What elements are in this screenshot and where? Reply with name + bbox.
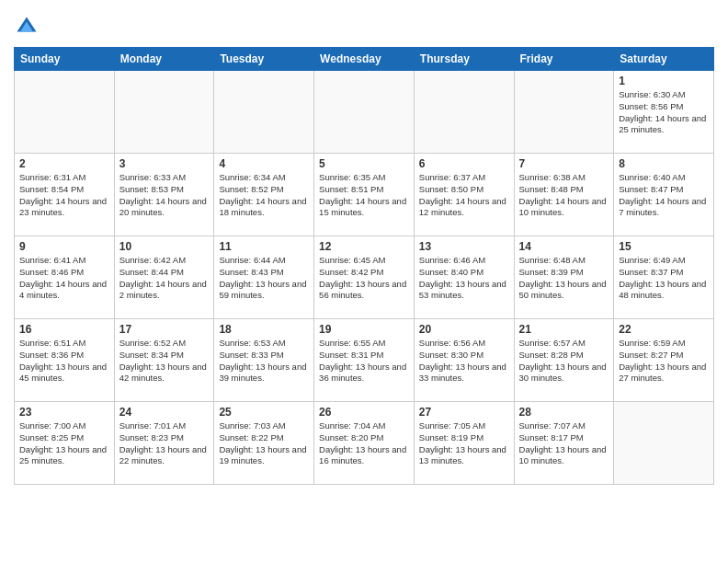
calendar-cell: 2Sunrise: 6:31 AM Sunset: 8:54 PM Daylig… xyxy=(15,154,115,236)
day-number: 20 xyxy=(419,323,509,336)
day-info: Sunrise: 7:03 AM Sunset: 8:22 PM Dayligh… xyxy=(219,420,309,467)
calendar-table: SundayMondayTuesdayWednesdayThursdayFrid… xyxy=(14,47,714,485)
day-number: 2 xyxy=(19,157,109,170)
calendar-week-1: 1Sunrise: 6:30 AM Sunset: 8:56 PM Daylig… xyxy=(15,71,714,154)
day-info: Sunrise: 6:52 AM Sunset: 8:34 PM Dayligh… xyxy=(119,338,210,385)
day-number: 17 xyxy=(119,323,210,336)
day-number: 18 xyxy=(219,323,309,336)
calendar-cell: 17Sunrise: 6:52 AM Sunset: 8:34 PM Dayli… xyxy=(114,319,214,402)
day-info: Sunrise: 6:40 AM Sunset: 8:47 PM Dayligh… xyxy=(619,172,709,219)
calendar-body: 1Sunrise: 6:30 AM Sunset: 8:56 PM Daylig… xyxy=(15,71,714,485)
day-number: 5 xyxy=(319,157,409,170)
weekday-header-monday: Monday xyxy=(114,48,214,71)
calendar-cell: 12Sunrise: 6:45 AM Sunset: 8:42 PM Dayli… xyxy=(314,236,415,319)
calendar-cell: 26Sunrise: 7:04 AM Sunset: 8:20 PM Dayli… xyxy=(314,402,415,485)
calendar-week-5: 23Sunrise: 7:00 AM Sunset: 8:25 PM Dayli… xyxy=(15,402,714,485)
weekday-header-row: SundayMondayTuesdayWednesdayThursdayFrid… xyxy=(15,48,714,71)
calendar-cell: 23Sunrise: 7:00 AM Sunset: 8:25 PM Dayli… xyxy=(15,402,115,485)
calendar-cell: 4Sunrise: 6:34 AM Sunset: 8:52 PM Daylig… xyxy=(214,154,314,236)
day-info: Sunrise: 6:37 AM Sunset: 8:50 PM Dayligh… xyxy=(419,172,509,219)
calendar-cell: 8Sunrise: 6:40 AM Sunset: 8:47 PM Daylig… xyxy=(614,154,714,236)
day-number: 16 xyxy=(19,323,109,336)
calendar-week-3: 9Sunrise: 6:41 AM Sunset: 8:46 PM Daylig… xyxy=(15,236,714,319)
day-info: Sunrise: 6:42 AM Sunset: 8:44 PM Dayligh… xyxy=(119,255,210,302)
calendar-header: SundayMondayTuesdayWednesdayThursdayFrid… xyxy=(15,48,714,71)
day-number: 13 xyxy=(419,240,509,253)
calendar-week-4: 16Sunrise: 6:51 AM Sunset: 8:36 PM Dayli… xyxy=(15,319,714,402)
day-info: Sunrise: 6:45 AM Sunset: 8:42 PM Dayligh… xyxy=(319,255,409,302)
day-info: Sunrise: 6:31 AM Sunset: 8:54 PM Dayligh… xyxy=(19,172,109,219)
calendar-cell: 16Sunrise: 6:51 AM Sunset: 8:36 PM Dayli… xyxy=(15,319,115,402)
day-info: Sunrise: 7:01 AM Sunset: 8:23 PM Dayligh… xyxy=(119,420,210,467)
calendar-cell: 19Sunrise: 6:55 AM Sunset: 8:31 PM Dayli… xyxy=(314,319,415,402)
calendar-cell: 25Sunrise: 7:03 AM Sunset: 8:22 PM Dayli… xyxy=(214,402,314,485)
calendar-cell: 22Sunrise: 6:59 AM Sunset: 8:27 PM Dayli… xyxy=(614,319,714,402)
calendar-cell xyxy=(114,71,214,154)
day-number: 23 xyxy=(19,406,109,419)
day-info: Sunrise: 6:57 AM Sunset: 8:28 PM Dayligh… xyxy=(519,338,609,385)
calendar-cell xyxy=(514,71,614,154)
day-number: 21 xyxy=(519,323,609,336)
day-number: 26 xyxy=(319,406,409,419)
day-info: Sunrise: 6:34 AM Sunset: 8:52 PM Dayligh… xyxy=(219,172,309,219)
day-info: Sunrise: 7:05 AM Sunset: 8:19 PM Dayligh… xyxy=(419,420,509,467)
calendar-cell: 7Sunrise: 6:38 AM Sunset: 8:48 PM Daylig… xyxy=(514,154,614,236)
page: SundayMondayTuesdayWednesdayThursdayFrid… xyxy=(0,0,728,494)
day-number: 19 xyxy=(319,323,409,336)
calendar-cell: 18Sunrise: 6:53 AM Sunset: 8:33 PM Dayli… xyxy=(214,319,314,402)
day-info: Sunrise: 6:59 AM Sunset: 8:27 PM Dayligh… xyxy=(619,338,709,385)
logo xyxy=(14,14,41,40)
weekday-header-saturday: Saturday xyxy=(614,48,714,71)
day-number: 22 xyxy=(619,323,709,336)
day-number: 1 xyxy=(619,75,709,87)
day-info: Sunrise: 7:04 AM Sunset: 8:20 PM Dayligh… xyxy=(319,420,409,467)
calendar-cell: 24Sunrise: 7:01 AM Sunset: 8:23 PM Dayli… xyxy=(114,402,214,485)
day-number: 6 xyxy=(419,157,509,170)
day-number: 3 xyxy=(119,157,210,170)
day-number: 25 xyxy=(219,406,309,419)
day-number: 4 xyxy=(219,157,309,170)
day-number: 8 xyxy=(619,157,709,170)
day-info: Sunrise: 6:51 AM Sunset: 8:36 PM Dayligh… xyxy=(19,338,109,385)
day-info: Sunrise: 7:07 AM Sunset: 8:17 PM Dayligh… xyxy=(519,420,609,467)
calendar-cell: 20Sunrise: 6:56 AM Sunset: 8:30 PM Dayli… xyxy=(414,319,514,402)
day-info: Sunrise: 6:55 AM Sunset: 8:31 PM Dayligh… xyxy=(319,338,409,385)
day-info: Sunrise: 7:00 AM Sunset: 8:25 PM Dayligh… xyxy=(19,420,109,467)
day-info: Sunrise: 6:30 AM Sunset: 8:56 PM Dayligh… xyxy=(619,89,709,136)
day-info: Sunrise: 6:48 AM Sunset: 8:39 PM Dayligh… xyxy=(519,255,609,302)
calendar-cell: 10Sunrise: 6:42 AM Sunset: 8:44 PM Dayli… xyxy=(114,236,214,319)
day-number: 10 xyxy=(119,240,210,253)
day-number: 11 xyxy=(219,240,309,253)
calendar-cell: 5Sunrise: 6:35 AM Sunset: 8:51 PM Daylig… xyxy=(314,154,415,236)
calendar-cell: 21Sunrise: 6:57 AM Sunset: 8:28 PM Dayli… xyxy=(514,319,614,402)
day-number: 28 xyxy=(519,406,609,419)
calendar-cell: 14Sunrise: 6:48 AM Sunset: 8:39 PM Dayli… xyxy=(514,236,614,319)
day-number: 24 xyxy=(119,406,210,419)
day-info: Sunrise: 6:35 AM Sunset: 8:51 PM Dayligh… xyxy=(319,172,409,219)
weekday-header-wednesday: Wednesday xyxy=(314,48,415,71)
weekday-header-thursday: Thursday xyxy=(414,48,514,71)
day-info: Sunrise: 6:53 AM Sunset: 8:33 PM Dayligh… xyxy=(219,338,309,385)
calendar-cell xyxy=(614,402,714,485)
calendar-cell: 9Sunrise: 6:41 AM Sunset: 8:46 PM Daylig… xyxy=(15,236,115,319)
day-number: 7 xyxy=(519,157,609,170)
calendar-cell: 3Sunrise: 6:33 AM Sunset: 8:53 PM Daylig… xyxy=(114,154,214,236)
day-number: 14 xyxy=(519,240,609,253)
calendar-week-2: 2Sunrise: 6:31 AM Sunset: 8:54 PM Daylig… xyxy=(15,154,714,236)
day-info: Sunrise: 6:46 AM Sunset: 8:40 PM Dayligh… xyxy=(419,255,509,302)
calendar-cell xyxy=(214,71,314,154)
header xyxy=(14,9,714,40)
day-number: 12 xyxy=(319,240,409,253)
day-info: Sunrise: 6:44 AM Sunset: 8:43 PM Dayligh… xyxy=(219,255,309,302)
calendar-cell xyxy=(15,71,115,154)
calendar-cell: 1Sunrise: 6:30 AM Sunset: 8:56 PM Daylig… xyxy=(614,71,714,154)
calendar-cell: 6Sunrise: 6:37 AM Sunset: 8:50 PM Daylig… xyxy=(414,154,514,236)
generalblue-logo-icon xyxy=(14,14,40,40)
day-info: Sunrise: 6:56 AM Sunset: 8:30 PM Dayligh… xyxy=(419,338,509,385)
calendar-cell: 15Sunrise: 6:49 AM Sunset: 8:37 PM Dayli… xyxy=(614,236,714,319)
calendar-cell: 11Sunrise: 6:44 AM Sunset: 8:43 PM Dayli… xyxy=(214,236,314,319)
weekday-header-friday: Friday xyxy=(514,48,614,71)
weekday-header-sunday: Sunday xyxy=(15,48,115,71)
day-number: 9 xyxy=(19,240,109,253)
calendar-cell xyxy=(314,71,415,154)
